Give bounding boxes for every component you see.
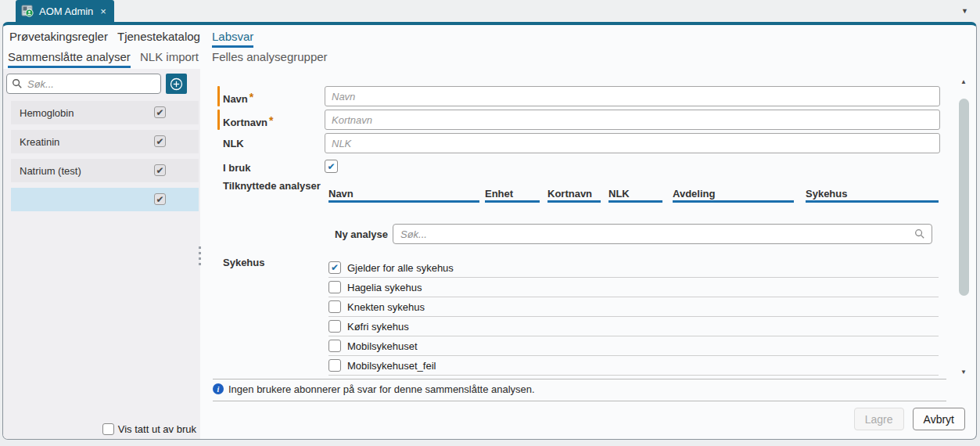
info-message: Ingen brukere abonnerer på svar for denn… — [228, 383, 535, 395]
info-divider-top — [213, 379, 946, 379]
vertical-scrollbar[interactable]: ▲ ▼ — [959, 78, 970, 376]
info-icon: i — [213, 383, 224, 394]
sykehus-option-label: Knekten sykehus — [347, 300, 425, 313]
sykehus-option-row: Hagelia sykehus — [328, 281, 939, 297]
sykehus-option-label: Mobilsykehuset — [347, 340, 418, 352]
tab-strip: AOM Admin × ▼ — [0, 0, 980, 22]
required-bar — [217, 86, 220, 106]
sykehus-option-row: Knekten sykehus — [328, 300, 939, 317]
navn-field[interactable] — [325, 86, 940, 106]
show-retired-label: Vis tatt ut av bruk — [118, 423, 196, 435]
list-item[interactable]: Kreatinin ✔ — [11, 130, 199, 153]
sykehus-option-row: Mobilsykehuset — [328, 340, 939, 356]
required-asterisk: * — [249, 91, 253, 103]
sykehus-checkbox[interactable] — [328, 320, 341, 333]
tab-nlk-import[interactable]: NLK import — [140, 50, 199, 66]
sykehus-checkbox[interactable] — [328, 359, 341, 372]
show-retired-checkbox[interactable] — [102, 423, 114, 435]
footer-button-row: Lagre Avbryt — [854, 408, 965, 430]
list-item[interactable]: Natrium (test) ✔ — [11, 159, 199, 182]
analysis-sidebar: Hemoglobin ✔ Kreatinin ✔ Natrium (test) … — [3, 69, 200, 439]
tab-title: AOM Admin — [39, 5, 93, 17]
field-label-kortnavn: Kortnavn* — [223, 114, 274, 128]
main-window: Prøvetakingsregler Tjenestekatalog Labsv… — [2, 22, 977, 440]
list-item-checkbox[interactable]: ✔ — [154, 164, 166, 176]
column-header-sykehus[interactable]: Sykehus — [806, 188, 939, 203]
tab-list-dropdown-icon[interactable]: ▼ — [961, 7, 968, 15]
show-retired-row: Vis tatt ut av bruk — [102, 423, 196, 435]
tab-felles-analysegrupper[interactable]: Felles analysegrupper — [212, 50, 328, 66]
detail-form-pane: Navn* Kortnavn* NLK I bruk ✔ Tilknyttede… — [203, 69, 976, 439]
sykehus-option-row: Køfri sykehus — [328, 320, 939, 336]
info-divider-bottom — [213, 401, 946, 401]
scroll-up-icon[interactable]: ▲ — [960, 78, 967, 85]
pane-splitter-handle[interactable] — [199, 246, 201, 265]
sykehus-option-label: Mobilsykehuset_feil — [347, 359, 436, 372]
field-label-tilknyttede-analyser: Tilknyttede analyser — [223, 180, 321, 192]
nlk-field[interactable] — [325, 133, 940, 153]
menu-item-tjenestekatalog[interactable]: Tjenestekatalog — [117, 30, 200, 45]
sykehus-checkbox[interactable] — [328, 300, 341, 313]
sykehus-checkbox[interactable]: ✔ — [328, 261, 341, 274]
column-header-navn[interactable]: Navn — [328, 188, 479, 203]
ny-analyse-search-input[interactable] — [393, 224, 932, 244]
required-bar — [217, 110, 220, 130]
list-item-label: Kreatinin — [20, 136, 59, 148]
list-item-checkbox[interactable]: ✔ — [154, 135, 166, 147]
required-asterisk: * — [269, 114, 273, 127]
sykehus-checkbox[interactable] — [328, 281, 341, 293]
sykehus-option-label: Hagelia sykehus — [347, 281, 422, 293]
i-bruk-checkbox[interactable]: ✔ — [325, 160, 338, 173]
list-item-selected[interactable]: ✔ — [11, 188, 199, 211]
field-label-i-bruk: I bruk — [223, 162, 250, 174]
close-icon[interactable]: × — [100, 5, 106, 17]
column-header-kortnavn[interactable]: Kortnavn — [547, 188, 601, 203]
document-tab[interactable]: AOM Admin × — [16, 0, 114, 22]
field-label-nlk: NLK — [223, 138, 244, 149]
menu-item-labsvar[interactable]: Labsvar — [212, 30, 253, 48]
sidebar-search-input[interactable] — [6, 74, 161, 94]
column-header-nlk[interactable]: NLK — [608, 188, 662, 203]
app-icon — [21, 5, 34, 17]
kortnavn-field[interactable] — [325, 110, 940, 130]
list-item-label: Hemoglobin — [20, 107, 74, 119]
save-button[interactable]: Lagre — [854, 408, 904, 430]
sykehus-option-row: ✔ Gjelder for alle sykehus — [328, 261, 939, 278]
field-label-ny-analyse: Ny analyse — [335, 228, 388, 240]
list-item-checkbox[interactable]: ✔ — [154, 106, 166, 118]
scrollbar-thumb[interactable] — [959, 99, 969, 296]
sykehus-option-label: Gjelder for alle sykehus — [347, 261, 454, 274]
field-label-navn: Navn* — [223, 91, 253, 105]
cancel-button[interactable]: Avbryt — [913, 408, 965, 430]
tab-sammenslatte-analyser[interactable]: Sammenslåtte analyser — [8, 50, 131, 68]
column-header-enhet[interactable]: Enhet — [485, 188, 540, 203]
field-label-sykehus: Sykehus — [223, 257, 264, 268]
scroll-down-icon[interactable]: ▼ — [960, 369, 967, 376]
column-header-avdeling[interactable]: Avdeling — [673, 188, 794, 203]
sykehus-option-label: Køfri sykehus — [347, 320, 409, 333]
sykehus-checkbox[interactable] — [328, 340, 341, 352]
add-analysis-button[interactable] — [166, 74, 187, 94]
add-icon — [170, 77, 183, 91]
sykehus-option-row: Mobilsykehuset_feil — [328, 359, 939, 376]
list-item[interactable]: Hemoglobin ✔ — [11, 101, 199, 124]
list-item-label: Natrium (test) — [20, 165, 81, 177]
list-item-checkbox[interactable]: ✔ — [154, 193, 166, 205]
menu-item-provetakingsregler[interactable]: Prøvetakingsregler — [9, 30, 108, 45]
